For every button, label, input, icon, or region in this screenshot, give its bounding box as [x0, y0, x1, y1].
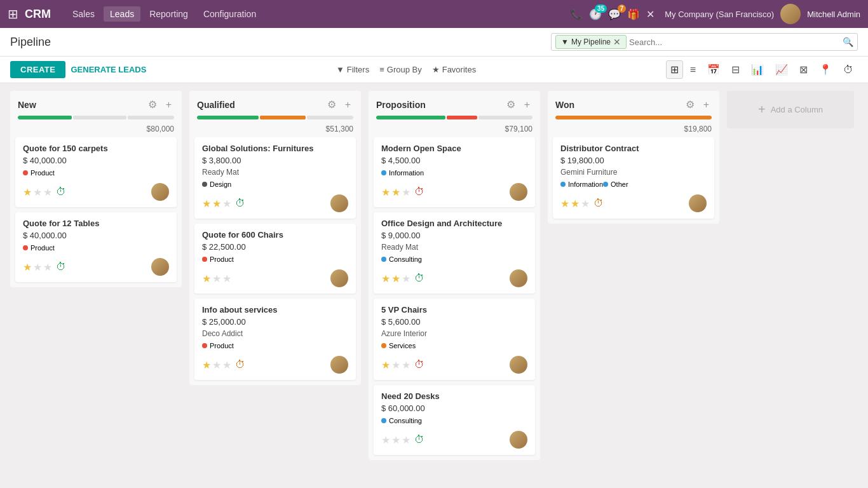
star-1[interactable]: ★	[560, 198, 569, 210]
column-add-icon[interactable]: +	[342, 98, 353, 112]
clock-icon[interactable]: ⏱	[593, 198, 604, 209]
kanban-card[interactable]: Global Solutions: Furnitures$ 3,800.00Re…	[194, 137, 356, 219]
star-1[interactable]: ★	[23, 261, 32, 273]
menu-configuration[interactable]: Configuration	[197, 6, 262, 22]
phone-icon[interactable]: 📞	[570, 8, 583, 20]
clock-icon[interactable]: ⏱	[56, 261, 66, 273]
generate-leads-button[interactable]: GENERATE LEADS	[71, 65, 146, 74]
search-input[interactable]	[627, 36, 843, 48]
kanban-card[interactable]: 5 VP Chairs$ 5,600.00Azure InteriorServi…	[374, 299, 535, 380]
clock-icon[interactable]: ⏱	[414, 273, 424, 284]
star-2[interactable]: ★	[212, 198, 221, 210]
kanban-card[interactable]: Quote for 12 Tables$ 40,000.00Product★★★…	[15, 212, 177, 282]
map-view-button[interactable]: 📍	[815, 60, 836, 79]
kanban-card[interactable]: Modern Open Space$ 4,500.00Information★★…	[374, 137, 535, 207]
close-icon[interactable]: ✕	[646, 8, 654, 20]
star-2[interactable]: ★	[391, 186, 400, 198]
clock-icon[interactable]: ⏱	[235, 198, 245, 209]
star-rating[interactable]: ★★★	[23, 186, 52, 198]
star-3[interactable]: ★	[402, 186, 410, 198]
card-avatar	[510, 356, 527, 374]
filter-remove-btn[interactable]: ✕	[613, 37, 621, 47]
star-rating[interactable]: ★★★	[23, 261, 52, 273]
chart-bar-view-button[interactable]: 📊	[747, 60, 768, 79]
kanban-card[interactable]: Quote for 150 carpets$ 40,000.00Product★…	[15, 137, 177, 207]
clock-activity-icon[interactable]: 🕐 35	[589, 8, 602, 20]
calendar-view-button[interactable]: 📅	[703, 60, 724, 79]
list-view-button[interactable]: ≡	[686, 61, 700, 79]
star-3[interactable]: ★	[581, 198, 590, 210]
pivot-view-button[interactable]: ⊠	[795, 60, 812, 79]
kanban-card[interactable]: Quote for 600 Chairs$ 22,500.00Product★★…	[194, 224, 356, 294]
kanban-view-button[interactable]: ⊞	[666, 60, 683, 79]
groupby-button[interactable]: ≡ Group By	[379, 65, 422, 74]
column-settings-icon[interactable]: ⚙	[325, 97, 339, 112]
column-add-icon[interactable]: +	[522, 98, 532, 112]
star-3[interactable]: ★	[222, 359, 231, 371]
filters-button[interactable]: ▼ Filters	[336, 65, 369, 74]
column-add-icon[interactable]: +	[701, 98, 712, 112]
search-icon[interactable]: 🔍	[843, 37, 853, 47]
star-1[interactable]: ★	[381, 359, 390, 371]
star-1[interactable]: ★	[202, 198, 211, 210]
star-2[interactable]: ★	[212, 273, 221, 285]
star-2[interactable]: ★	[212, 359, 221, 371]
chat-icon[interactable]: 💬 7	[608, 8, 621, 20]
star-2[interactable]: ★	[571, 198, 580, 210]
chart-line-view-button[interactable]: 📈	[771, 60, 792, 79]
menu-leads[interactable]: Leads	[104, 6, 140, 22]
clock-icon[interactable]: ⏱	[414, 359, 424, 370]
menu-sales[interactable]: Sales	[66, 6, 101, 22]
add-column-button[interactable]: + Add a Column	[750, 97, 831, 122]
star-2[interactable]: ★	[33, 186, 42, 198]
star-1[interactable]: ★	[381, 434, 390, 446]
column-settings-icon[interactable]: ⚙	[683, 97, 697, 112]
star-1[interactable]: ★	[23, 186, 32, 198]
star-2[interactable]: ★	[391, 359, 400, 371]
menu-reporting[interactable]: Reporting	[143, 6, 194, 22]
star-rating[interactable]: ★★★	[560, 198, 590, 210]
star-rating[interactable]: ★★★	[381, 273, 410, 285]
star-2[interactable]: ★	[33, 261, 42, 273]
favorites-button[interactable]: ★ Favorites	[432, 65, 476, 74]
star-rating[interactable]: ★★★	[202, 273, 231, 285]
star-2[interactable]: ★	[391, 273, 400, 285]
brand-logo[interactable]: CRM	[25, 8, 51, 21]
filters-label: Filters	[347, 65, 369, 74]
star-1[interactable]: ★	[381, 273, 390, 285]
star-rating[interactable]: ★★★	[381, 186, 410, 198]
gift-icon[interactable]: 🎁	[627, 8, 640, 20]
star-1[interactable]: ★	[202, 359, 211, 371]
star-rating[interactable]: ★★★	[202, 198, 231, 210]
star-3[interactable]: ★	[43, 261, 52, 273]
kanban-card[interactable]: Need 20 Desks$ 60,000.00Consulting★★★⏱	[374, 385, 535, 455]
apps-menu-icon[interactable]: ⊞	[8, 6, 18, 22]
star-3[interactable]: ★	[402, 359, 410, 371]
user-avatar[interactable]	[780, 4, 801, 24]
star-3[interactable]: ★	[43, 186, 52, 198]
kanban-card[interactable]: Distributor Contract$ 19,800.00Gemini Fu…	[553, 137, 714, 219]
star-rating[interactable]: ★★★	[202, 359, 231, 371]
column-settings-icon[interactable]: ⚙	[504, 97, 518, 112]
kanban-card[interactable]: Info about services$ 25,000.00Deco Addic…	[194, 299, 356, 380]
activity-view-button[interactable]: ⏱	[839, 61, 858, 79]
star-1[interactable]: ★	[202, 273, 211, 285]
clock-icon[interactable]: ⏱	[414, 434, 424, 445]
star-3[interactable]: ★	[402, 273, 410, 285]
grid-view-button[interactable]: ⊟	[727, 60, 744, 79]
kanban-card[interactable]: Office Design and Architecture$ 9,000.00…	[374, 212, 535, 294]
star-3[interactable]: ★	[222, 273, 231, 285]
star-1[interactable]: ★	[381, 186, 390, 198]
company-name[interactable]: My Company (San Francisco)	[665, 10, 774, 19]
star-2[interactable]: ★	[391, 434, 400, 446]
star-rating[interactable]: ★★★	[381, 434, 410, 446]
clock-icon[interactable]: ⏱	[235, 359, 245, 370]
star-3[interactable]: ★	[222, 198, 231, 210]
star-3[interactable]: ★	[402, 434, 410, 446]
column-add-icon[interactable]: +	[163, 98, 174, 112]
clock-icon[interactable]: ⏱	[414, 186, 424, 198]
clock-icon[interactable]: ⏱	[56, 186, 66, 198]
star-rating[interactable]: ★★★	[381, 359, 410, 371]
column-settings-icon[interactable]: ⚙	[146, 97, 159, 112]
create-button[interactable]: CREATE	[10, 61, 65, 78]
